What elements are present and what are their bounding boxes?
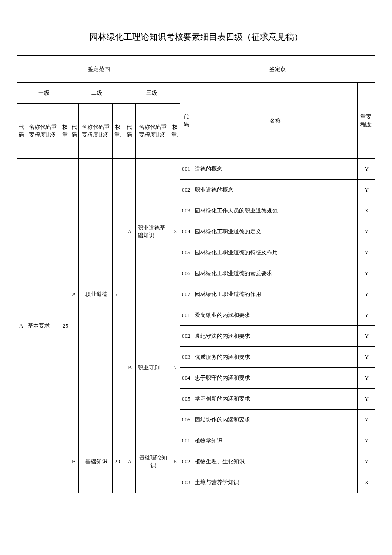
pt-name: 土壤与营养学知识 — [193, 472, 358, 493]
header-l1: 一级 — [17, 83, 70, 104]
pt-imp: Y — [357, 180, 375, 200]
header-l2: 二级 — [70, 83, 123, 104]
pt-name: 学习创新的内涵和要求 — [193, 389, 358, 410]
pt-imp: Y — [357, 159, 375, 180]
l1-weight: 25 — [60, 159, 70, 493]
pt-code: 002 — [180, 180, 193, 200]
header-name-ratio: 名称代码重要程度比例 — [26, 104, 60, 159]
pt-imp: Y — [357, 305, 375, 326]
pt-imp: Y — [357, 284, 375, 305]
pt-name: 团结协作的内涵和要求 — [193, 410, 358, 430]
header-pt-name: 名称 — [193, 83, 358, 159]
pt-code: 004 — [180, 368, 193, 389]
pt-code: 001 — [180, 159, 193, 180]
l3-weight: 5 — [170, 430, 180, 493]
pt-name: 植物生理、生化知识 — [193, 451, 358, 472]
pt-code: 001 — [180, 430, 193, 451]
l2-weight: 5 — [113, 159, 123, 430]
pt-name: 职业道德的概念 — [193, 180, 358, 200]
pt-imp: Y — [357, 347, 375, 368]
table-row: A 基本要求 25 A 职业道德 5 A 职业道德基础知识 3 001 道德的概… — [17, 159, 375, 180]
header-point: 鉴定点 — [180, 56, 375, 83]
header-pt-code: 代码 — [180, 83, 193, 159]
l3-code: A — [123, 430, 136, 493]
pt-name: 园林绿化工职业道德的素质要求 — [193, 263, 358, 284]
page-title: 园林绿化工理论知识考核要素细目表四级（征求意见稿） — [17, 31, 375, 43]
l3-name: 职业道德基础知识 — [136, 159, 170, 305]
pt-code: 003 — [180, 200, 193, 221]
assessment-table: 鉴定范围 鉴定点 一级 二级 三级 代码 名称 重要程度 代码 名称代码重要程度… — [17, 55, 375, 493]
pt-code: 005 — [180, 389, 193, 410]
pt-imp: Y — [357, 451, 375, 472]
header-code: 代码 — [17, 104, 26, 159]
pt-name: 道德的概念 — [193, 159, 358, 180]
l2-code: B — [70, 430, 79, 493]
pt-name: 爱岗敬业的内涵和要求 — [193, 305, 358, 326]
pt-name: 园林绿化工职业道德的定义 — [193, 221, 358, 242]
header-name-ratio: 名称代码重要程度比例 — [136, 104, 170, 159]
pt-code: 001 — [180, 305, 193, 326]
header-weight-dot: 权重. — [170, 104, 180, 159]
l3-code: A — [123, 159, 136, 305]
header-code: 代码 — [123, 104, 136, 159]
table-row: B 基础知识 20 A 基础理论知识 5 001 植物学知识 Y — [17, 430, 375, 451]
pt-code: 003 — [180, 347, 193, 368]
l2-weight: 20 — [113, 430, 123, 493]
pt-code: 003 — [180, 472, 193, 493]
l1-code: A — [17, 159, 26, 493]
pt-imp: X — [357, 200, 375, 221]
pt-imp: Y — [357, 263, 375, 284]
l1-name: 基本要求 — [26, 159, 60, 493]
header-l3: 三级 — [123, 83, 180, 104]
header-weight-dot: 权重. — [113, 104, 123, 159]
pt-imp: Y — [357, 430, 375, 451]
pt-name: 园林绿化工作人员的职业道德规范 — [193, 200, 358, 221]
l2-name: 职业道德 — [79, 159, 113, 430]
pt-name: 遵纪守法的内涵和要求 — [193, 326, 358, 347]
l3-name: 基础理论知识 — [136, 430, 170, 493]
l3-name: 职业守则 — [136, 305, 170, 430]
l2-code: A — [70, 159, 79, 430]
pt-name: 优质服务的内涵和要求 — [193, 347, 358, 368]
pt-imp: Y — [357, 221, 375, 242]
pt-imp: Y — [357, 410, 375, 430]
header-weight: 权重 — [60, 104, 70, 159]
pt-code: 005 — [180, 242, 193, 263]
l3-weight: 3 — [170, 159, 180, 305]
pt-imp: Y — [357, 326, 375, 347]
pt-code: 002 — [180, 451, 193, 472]
pt-name: 园林绿化工职业道德的作用 — [193, 284, 358, 305]
pt-code: 002 — [180, 326, 193, 347]
l2-name: 基础知识 — [79, 430, 113, 493]
pt-name: 园林绿化工职业道德的特征及作用 — [193, 242, 358, 263]
pt-name: 忠于职守的内涵和要求 — [193, 368, 358, 389]
pt-code: 007 — [180, 284, 193, 305]
pt-code: 006 — [180, 410, 193, 430]
pt-imp: Y — [357, 389, 375, 410]
pt-code: 006 — [180, 263, 193, 284]
header-scope: 鉴定范围 — [17, 56, 180, 83]
pt-imp: Y — [357, 242, 375, 263]
l3-code: B — [123, 305, 136, 430]
pt-imp: Y — [357, 368, 375, 389]
header-code: 代码 — [70, 104, 79, 159]
pt-imp: X — [357, 472, 375, 493]
header-pt-imp: 重要程度 — [357, 83, 375, 159]
l3-weight: 2 — [170, 305, 180, 430]
header-name-ratio: 名称代码重要程度比例 — [79, 104, 113, 159]
pt-name: 植物学知识 — [193, 430, 358, 451]
pt-code: 004 — [180, 221, 193, 242]
